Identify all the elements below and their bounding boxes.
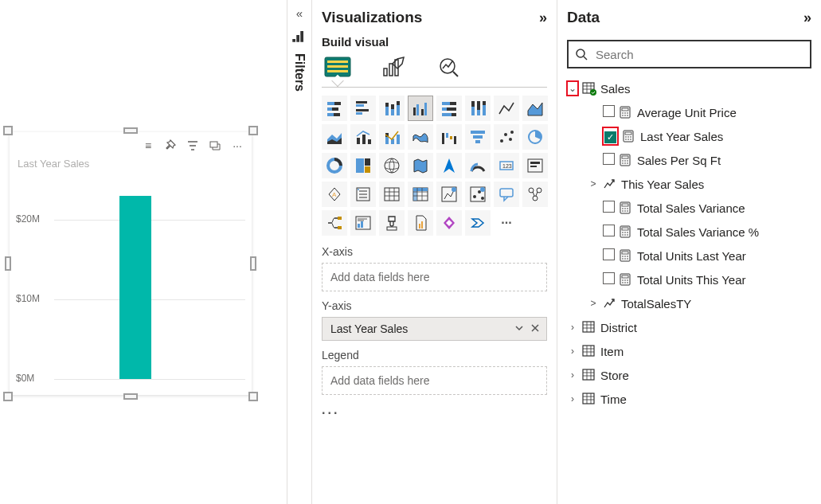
y-axis-field-pill[interactable]: Last Year Sales xyxy=(322,317,547,341)
viz-donut[interactable] xyxy=(322,153,347,178)
viz-map[interactable] xyxy=(379,153,405,178)
chevron-down-icon[interactable] xyxy=(514,322,524,335)
svg-point-147 xyxy=(622,258,624,260)
table-sales[interactable]: ⌄Sales xyxy=(567,76,811,100)
viz-line-col-stacked[interactable] xyxy=(379,124,405,150)
viz-matrix[interactable] xyxy=(408,182,433,207)
checkbox[interactable] xyxy=(603,153,615,165)
chevron-icon[interactable]: › xyxy=(567,322,578,333)
viz-r-visual[interactable] xyxy=(436,182,462,207)
checkbox[interactable] xyxy=(603,272,615,284)
svg-point-113 xyxy=(627,136,629,138)
viz-stacked-column[interactable] xyxy=(379,96,405,121)
svg-rect-17 xyxy=(334,113,340,116)
viz-narrative[interactable] xyxy=(350,210,376,236)
chevron-icon[interactable]: > xyxy=(588,298,599,309)
viz-stacked-col-100[interactable] xyxy=(465,96,491,121)
remove-field-icon[interactable] xyxy=(530,322,540,335)
chevron-icon[interactable]: › xyxy=(567,346,578,357)
more-icon[interactable]: ··· xyxy=(231,139,244,152)
search-input[interactable] xyxy=(594,47,803,62)
viz-power-apps[interactable] xyxy=(436,210,462,236)
viz-kpi[interactable] xyxy=(522,153,548,178)
focus-icon[interactable] xyxy=(209,139,221,152)
viz-ribbon[interactable] xyxy=(408,124,433,150)
viz-stacked-bar-100[interactable] xyxy=(436,96,462,121)
viz-pie[interactable] xyxy=(522,124,548,150)
filter-icon[interactable] xyxy=(186,139,199,152)
tab-format-visual[interactable] xyxy=(379,55,408,80)
viz-clustered-bar[interactable] xyxy=(350,96,376,121)
more-options-icon[interactable]: ··· xyxy=(322,403,547,424)
viz-multi-card[interactable]: A xyxy=(322,182,347,207)
chart-bar[interactable] xyxy=(119,196,151,379)
viz-flow[interactable] xyxy=(465,210,491,236)
checkbox[interactable] xyxy=(603,201,615,213)
viz-slicer[interactable] xyxy=(350,182,376,207)
field-total-sales-variance[interactable]: Total Sales Variance xyxy=(567,196,811,220)
viz-more-visuals[interactable]: ··· xyxy=(494,210,519,236)
field-totalsalesty[interactable]: >TotalSalesTY xyxy=(567,291,811,315)
field-total-units-last-year[interactable]: Total Units Last Year xyxy=(567,244,811,268)
viz-goals[interactable] xyxy=(379,210,405,236)
field-average-unit-price[interactable]: Average Unit Price xyxy=(567,100,811,124)
field-total-sales-variance-[interactable]: Total Sales Variance % xyxy=(567,220,811,244)
checkbox[interactable] xyxy=(603,105,615,117)
viz-line[interactable] xyxy=(494,96,519,121)
filters-pane-collapsed[interactable]: « Filters xyxy=(287,0,312,504)
chevron-icon[interactable]: > xyxy=(588,178,599,189)
svg-point-59 xyxy=(504,133,507,136)
viz-decomp[interactable] xyxy=(322,210,347,236)
viz-python-visual[interactable] xyxy=(465,182,491,207)
chart-visual[interactable]: ≡ ··· Last Year Sales $0M$10M$20M xyxy=(10,132,252,395)
checkbox[interactable] xyxy=(603,225,615,236)
table-time[interactable]: ›Time xyxy=(567,387,811,411)
viz-treemap[interactable] xyxy=(350,153,376,178)
viz-area[interactable] xyxy=(522,96,548,121)
expand-filters-icon[interactable]: « xyxy=(296,6,303,20)
legend-dropzone[interactable]: Add data fields here xyxy=(322,366,547,395)
pin-icon[interactable] xyxy=(164,139,177,152)
checkbox[interactable] xyxy=(603,248,615,260)
svg-rect-76 xyxy=(385,188,399,201)
viz-line-col[interactable] xyxy=(350,124,376,150)
chevron-icon[interactable]: ⌄ xyxy=(567,81,578,96)
viz-waterfall[interactable] xyxy=(436,124,462,150)
viz-stacked-area[interactable] xyxy=(322,124,347,150)
viz-filled-map[interactable] xyxy=(408,153,433,178)
table-district[interactable]: ›District xyxy=(567,315,811,339)
field-last-year-sales[interactable]: ✓Last Year Sales xyxy=(567,124,811,148)
field-total-units-this-year[interactable]: Total Units This Year xyxy=(567,268,811,291)
svg-rect-31 xyxy=(424,103,427,115)
x-axis-dropzone[interactable]: Add data fields here xyxy=(322,263,547,291)
tab-build-visual[interactable] xyxy=(323,55,352,80)
table-item[interactable]: ›Item xyxy=(567,339,811,363)
viz-q-and-a[interactable] xyxy=(494,182,519,207)
field-sales-per-sq-ft[interactable]: Sales Per Sq Ft xyxy=(567,148,811,172)
svg-point-141 xyxy=(627,234,628,236)
viz-paginated[interactable] xyxy=(408,210,433,236)
drag-icon[interactable]: ≡ xyxy=(142,139,154,152)
viz-clustered-column[interactable] xyxy=(408,96,433,121)
report-canvas[interactable]: ≡ ··· Last Year Sales $0M$10M$20M xyxy=(0,0,287,504)
collapse-data-icon[interactable]: » xyxy=(803,10,811,26)
search-box[interactable] xyxy=(567,40,811,68)
viz-azure-map[interactable] xyxy=(436,153,462,178)
collapse-viz-icon[interactable]: » xyxy=(539,10,547,26)
table-store[interactable]: ›Store xyxy=(567,363,811,387)
svg-rect-103 xyxy=(622,108,628,111)
viz-key-influencer[interactable] xyxy=(522,182,548,207)
viz-funnel[interactable] xyxy=(465,124,491,150)
tab-analytics[interactable] xyxy=(435,55,463,80)
checkbox[interactable]: ✓ xyxy=(604,131,616,143)
viz-table[interactable] xyxy=(379,182,405,207)
viz-stacked-bar[interactable] xyxy=(322,96,347,121)
visual-header: ≡ ··· xyxy=(14,137,247,154)
field-this-year-sales[interactable]: >This Year Sales xyxy=(567,172,811,196)
chevron-icon[interactable]: › xyxy=(567,369,578,381)
chevron-icon[interactable]: › xyxy=(567,393,578,404)
viz-scatter[interactable] xyxy=(494,124,519,150)
viz-gauge[interactable] xyxy=(465,153,491,178)
viz-card[interactable]: 123 xyxy=(494,153,519,178)
svg-point-67 xyxy=(385,158,399,173)
